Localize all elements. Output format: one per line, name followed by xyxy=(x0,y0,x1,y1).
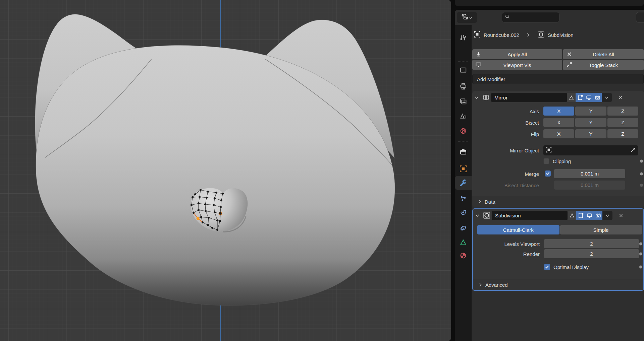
modifier-extras-menu[interactable] xyxy=(602,211,612,220)
delete-all-label: Delete All xyxy=(593,52,614,57)
tab-separator xyxy=(458,61,468,62)
axis-y-button[interactable]: Y xyxy=(575,107,606,116)
merge-checkbox[interactable] xyxy=(545,170,551,177)
simple-button[interactable]: Simple xyxy=(560,225,642,234)
selected-vertex[interactable] xyxy=(197,217,200,220)
axis-z-button[interactable]: Z xyxy=(607,107,638,116)
add-modifier-button[interactable]: Add Modifier xyxy=(472,74,644,84)
modifier-extras-menu[interactable] xyxy=(602,93,612,102)
search-input[interactable] xyxy=(512,14,552,20)
advanced-subpanel-label: Advanced xyxy=(485,282,508,288)
viewport-vis-button[interactable]: Viewport Vis xyxy=(472,60,562,70)
data-subpanel-header[interactable]: Data xyxy=(472,196,644,207)
apply-all-button[interactable]: Apply All xyxy=(472,49,562,59)
levels-viewport-field[interactable]: 2 xyxy=(544,239,639,248)
modifier-toolbar: Apply All Delete All Viewport Vis Toggle… xyxy=(472,49,644,70)
subdivision-type-toggle: Catmull-Clark Simple xyxy=(477,225,642,234)
decorator-dot[interactable] xyxy=(640,160,643,163)
subdivision-close-icon[interactable] xyxy=(615,213,627,218)
axis-x-button[interactable]: X xyxy=(543,107,574,116)
mirror-header-controls: Mirror xyxy=(491,93,612,102)
levels-viewport-row: Levels Viewport 2 xyxy=(473,239,643,248)
breadcrumb-object-name[interactable]: Roundcube.002 xyxy=(484,32,519,38)
tab-view-layer[interactable] xyxy=(455,94,472,109)
tab-render[interactable] xyxy=(455,63,472,77)
mirror-close-icon[interactable] xyxy=(614,95,626,100)
toggle-render-display[interactable] xyxy=(593,93,602,102)
delete-all-button[interactable]: Delete All xyxy=(563,49,644,59)
3d-viewport[interactable] xyxy=(0,0,451,341)
flip-x-button[interactable]: X xyxy=(543,129,574,138)
toggle-realtime-display[interactable] xyxy=(585,211,594,220)
bisect-row: Bisect X Y Z xyxy=(472,118,644,127)
decorator-dot[interactable] xyxy=(640,184,643,187)
data-subpanel-label: Data xyxy=(485,199,495,205)
toggle-edit-mode[interactable] xyxy=(576,93,584,102)
toggle-stack-label: Toggle Stack xyxy=(589,62,618,68)
bisect-z-button[interactable]: Z xyxy=(607,118,638,127)
render-levels-field[interactable]: 2 xyxy=(544,249,639,258)
flip-y-button[interactable]: Y xyxy=(575,129,606,138)
ringed-vertex[interactable] xyxy=(219,212,222,215)
toggle-render-display[interactable] xyxy=(594,211,602,220)
tab-constraints[interactable] xyxy=(455,221,472,235)
tab-scene[interactable] xyxy=(455,109,472,123)
eyedropper-icon[interactable] xyxy=(630,147,636,154)
editor-type-button[interactable] xyxy=(457,12,477,23)
tab-object-data[interactable] xyxy=(455,235,472,249)
tab-output[interactable] xyxy=(455,79,472,93)
axis-row: Axis X Y Z xyxy=(472,107,644,116)
viewport-vis-label: Viewport Vis xyxy=(503,62,531,68)
toggle-realtime-display[interactable] xyxy=(584,93,593,102)
advanced-subpanel-header[interactable]: Advanced xyxy=(473,279,643,290)
toggle-edit-mode[interactable] xyxy=(576,211,585,220)
decorator-dot[interactable] xyxy=(639,266,642,269)
mirror-name-field[interactable]: Mirror xyxy=(491,93,567,102)
search-box[interactable] xyxy=(502,12,559,22)
render-levels-row: Render 2 xyxy=(473,249,643,258)
merge-threshold-field[interactable]: 0.001 m xyxy=(554,169,625,178)
tab-physics[interactable] xyxy=(455,205,472,219)
tab-world[interactable] xyxy=(455,124,472,138)
bisect-distance-field[interactable]: 0.001 m xyxy=(554,181,625,190)
tab-particles[interactable] xyxy=(455,192,472,206)
collapsed-chevron-icon xyxy=(479,283,482,287)
subdivision-panel-header: Subdivision xyxy=(473,210,643,220)
toggle-on-cage[interactable] xyxy=(568,211,576,220)
tab-collection[interactable] xyxy=(455,145,472,159)
subdivision-name-field[interactable]: Subdivision xyxy=(492,211,568,220)
viewport-canvas[interactable] xyxy=(0,0,451,341)
subdivision-modifier-panel: Subdivision xyxy=(472,208,644,291)
toggle-on-cage[interactable] xyxy=(567,93,576,102)
mirror-panel-header: Mirror xyxy=(472,92,644,103)
properties-tab-strip xyxy=(455,25,472,341)
flip-z-button[interactable]: Z xyxy=(607,129,638,138)
expand-icon xyxy=(566,62,573,69)
breadcrumb-modifier-name[interactable]: Subdivision xyxy=(548,32,574,38)
tab-separator xyxy=(458,141,468,142)
properties-header xyxy=(455,10,644,25)
close-icon xyxy=(566,51,573,58)
download-icon xyxy=(475,51,482,58)
tab-object[interactable] xyxy=(455,162,472,176)
subdivision-modifier-icon xyxy=(482,211,492,219)
expand-chevron-icon[interactable] xyxy=(472,96,481,99)
merge-label: Merge xyxy=(472,171,539,177)
collapsed-chevron-icon xyxy=(478,200,481,204)
tab-modifiers-active[interactable] xyxy=(455,176,472,190)
properties-editor-icon xyxy=(462,14,468,21)
flip-label: Flip xyxy=(472,131,539,137)
expand-chevron-icon[interactable] xyxy=(473,214,482,217)
filter-button-partial[interactable] xyxy=(636,12,644,23)
decorator-dot[interactable] xyxy=(639,242,642,245)
chevron-down-icon xyxy=(469,14,472,20)
decorator-dot[interactable] xyxy=(639,252,642,255)
bisect-x-button[interactable]: X xyxy=(543,118,574,127)
decorator-dot[interactable] xyxy=(640,172,643,175)
bisect-y-button[interactable]: Y xyxy=(575,118,606,127)
toggle-stack-button[interactable]: Toggle Stack xyxy=(563,60,644,70)
catmull-clark-button[interactable]: Catmull-Clark xyxy=(477,225,559,234)
tab-material[interactable] xyxy=(455,249,472,263)
tab-tool[interactable] xyxy=(455,31,472,45)
mirror-object-field[interactable] xyxy=(543,145,638,155)
